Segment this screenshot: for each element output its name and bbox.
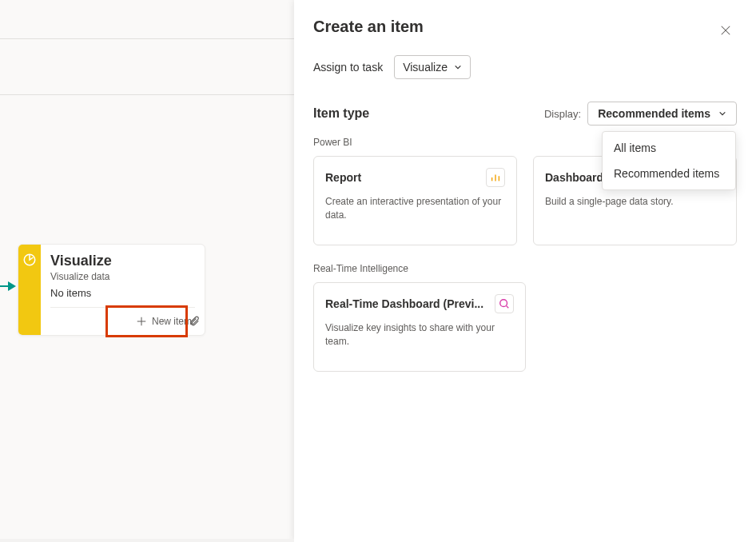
task-stripe bbox=[18, 245, 41, 335]
display-label: Display: bbox=[544, 108, 581, 120]
assign-row: Assign to task Visualize bbox=[313, 55, 737, 79]
plus-icon bbox=[136, 316, 147, 327]
svg-line-12 bbox=[507, 306, 509, 309]
realtime-icon bbox=[495, 294, 514, 313]
card-desc: Create an interactive presentation of yo… bbox=[325, 195, 505, 223]
card-title: Real-Time Dashboard (Previ... bbox=[325, 297, 483, 310]
display-option-all[interactable]: All items bbox=[603, 135, 735, 161]
assign-value: Visualize bbox=[403, 61, 448, 74]
card-title: Report bbox=[325, 171, 361, 184]
assign-label: Assign to task bbox=[313, 61, 383, 74]
svg-point-11 bbox=[500, 300, 507, 307]
card-title: Dashboard bbox=[545, 171, 603, 184]
close-icon bbox=[720, 25, 731, 36]
visualize-icon bbox=[22, 253, 37, 267]
cards-row-rti: Real-Time Dashboard (Previ... Visualize … bbox=[313, 282, 737, 372]
create-item-panel: Create an item Assign to task Visualize … bbox=[294, 0, 756, 542]
display-option-recommended[interactable]: Recommended items bbox=[603, 161, 735, 186]
bottom-border bbox=[0, 539, 294, 542]
item-type-heading: Item type bbox=[313, 106, 369, 121]
attachment-icon[interactable] bbox=[189, 316, 200, 327]
task-body: Visualize Visualize data No items New it… bbox=[41, 245, 205, 335]
card-desc: Build a single-page data story. bbox=[545, 195, 725, 209]
assign-task-select[interactable]: Visualize bbox=[394, 55, 471, 79]
task-footer: New item bbox=[50, 307, 195, 335]
item-card-report[interactable]: Report Create an interactive presentatio… bbox=[313, 156, 517, 245]
display-dropdown: All items Recommended items bbox=[602, 131, 736, 190]
item-card-realtime-dashboard[interactable]: Real-Time Dashboard (Previ... Visualize … bbox=[313, 282, 526, 372]
section-row: Item type Display: Recommended items All… bbox=[313, 102, 737, 126]
panel-title: Create an item bbox=[313, 18, 737, 36]
canvas-divider bbox=[0, 94, 294, 95]
report-icon bbox=[486, 168, 505, 187]
new-item-label: New item bbox=[152, 316, 192, 327]
chevron-down-icon bbox=[718, 110, 726, 118]
task-title: Visualize bbox=[50, 253, 195, 269]
display-value: Recommended items bbox=[598, 107, 710, 120]
chevron-down-icon bbox=[454, 63, 462, 71]
task-subtitle: Visualize data bbox=[50, 271, 195, 282]
group-label-rti: Real-Time Intelligence bbox=[313, 263, 737, 274]
card-desc: Visualize key insights to share with you… bbox=[325, 321, 514, 349]
task-items-count: No items bbox=[50, 287, 195, 299]
task-card-visualize[interactable]: Visualize Visualize data No items New it… bbox=[18, 244, 205, 336]
new-item-button[interactable]: New item bbox=[133, 314, 195, 329]
connector-arrow bbox=[0, 285, 14, 287]
display-wrap: Display: Recommended items All items Rec… bbox=[544, 102, 737, 126]
display-select[interactable]: Recommended items All items Recommended … bbox=[587, 102, 737, 126]
top-divider bbox=[0, 38, 294, 39]
close-button[interactable] bbox=[713, 18, 738, 43]
